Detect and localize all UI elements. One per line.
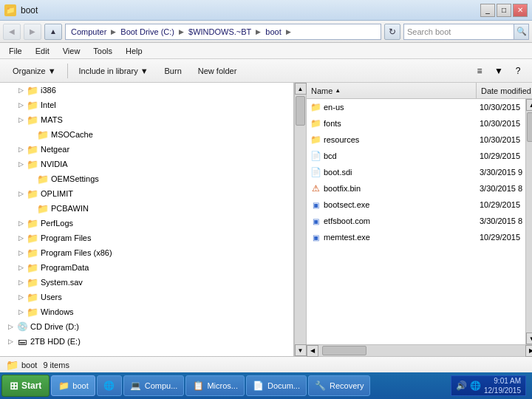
scroll-up-button[interactable]: ▲ bbox=[526, 99, 532, 111]
tree-item-program-files[interactable]: ▷ 📁 Program Files bbox=[0, 231, 293, 245]
menu-file[interactable]: File bbox=[3, 45, 28, 57]
taskbar-button-computer[interactable]: 💻 Compu... bbox=[123, 375, 185, 396]
file-row-memtest-exe[interactable]: ▣ memtest.exe 10/29/2015 bbox=[307, 229, 525, 245]
search-icon[interactable]: 🔍 bbox=[514, 24, 528, 39]
menu-tools[interactable]: Tools bbox=[87, 45, 118, 57]
tree-item-i386[interactable]: ▷ 📁 i386 bbox=[0, 83, 293, 98]
scroll-track bbox=[526, 111, 532, 332]
files-panel: Name ▲ Date modified 📁 en-us 10/30/2015 bbox=[307, 83, 532, 356]
scroll-down-button[interactable]: ▼ bbox=[526, 332, 532, 344]
burn-button[interactable]: Burn bbox=[158, 62, 188, 80]
tree-item-cd-drive[interactable]: ▷ 💿 CD Drive (D:) bbox=[0, 319, 293, 334]
folder-icon: 📁 bbox=[310, 134, 321, 146]
name-column-header[interactable]: Name ▲ bbox=[307, 83, 477, 98]
forward-button[interactable]: ▶ bbox=[24, 24, 41, 40]
tree-item-netgear[interactable]: ▷ 📁 Netgear bbox=[0, 142, 293, 157]
folder-icon: 📁 bbox=[310, 117, 321, 129]
view-options-button[interactable]: ▼ bbox=[491, 63, 507, 79]
view-details-button[interactable]: ≡ bbox=[471, 63, 488, 79]
date-column-header[interactable]: Date modified bbox=[477, 83, 532, 98]
scroll-down-button[interactable]: ▼ bbox=[295, 344, 307, 356]
scroll-thumb[interactable] bbox=[527, 112, 532, 142]
address-bar: ◀ ▶ ▲ Computer ▶ Boot Drive (C:) ▶ $WIND… bbox=[0, 21, 532, 43]
path-boot[interactable]: boot bbox=[263, 27, 283, 37]
tree-item-2tb-hdd[interactable]: ▷ 🖴 2TB HDD (E:) bbox=[0, 334, 293, 349]
file-icon: 📄 bbox=[310, 166, 321, 178]
file-row-en-us[interactable]: 📁 en-us 10/30/2015 bbox=[307, 99, 525, 115]
tree-item-intel[interactable]: ▷ 📁 Intel bbox=[0, 98, 293, 112]
tree-item-windows[interactable]: ▷ 📁 Windows bbox=[0, 304, 293, 319]
hdd-icon: 🖴 bbox=[16, 335, 28, 347]
menu-edit[interactable]: Edit bbox=[30, 45, 55, 57]
folder-icon: 📁 bbox=[27, 262, 38, 273]
horizontal-scrollbar: ◀ ▶ bbox=[307, 344, 532, 356]
drive-icon: 💿 bbox=[16, 321, 28, 332]
menu-view[interactable]: View bbox=[57, 45, 86, 57]
taskbar-button-boot[interactable]: 📁 boot bbox=[51, 375, 95, 396]
taskbar-button-document[interactable]: 📄 Docum... bbox=[246, 375, 307, 396]
view-help-button[interactable]: ? bbox=[510, 63, 526, 79]
tree-item-programdata[interactable]: ▷ 📁 ProgramData bbox=[0, 260, 293, 275]
scroll-thumb[interactable] bbox=[296, 96, 305, 126]
scroll-left-button[interactable]: ◀ bbox=[307, 345, 318, 357]
path-computer[interactable]: Computer bbox=[69, 27, 109, 37]
folder-icon: 📁 bbox=[310, 101, 321, 113]
navigation-panel: ▷ 📁 i386 ▷ 📁 Intel ▷ 📁 MATS 📁 MSOCache ▷ bbox=[0, 83, 307, 356]
up-button[interactable]: ▲ bbox=[44, 24, 62, 40]
folder-icon: 📁 bbox=[27, 99, 38, 111]
tree-item-users[interactable]: ▷ 📁 Users bbox=[0, 290, 293, 304]
new-folder-button[interactable]: New folder bbox=[191, 62, 244, 80]
file-row-resources[interactable]: 📁 resources 10/30/2015 bbox=[307, 132, 525, 148]
include-library-button[interactable]: Include in library ▼ bbox=[72, 62, 155, 80]
taskbar-recovery-icon: 🔧 bbox=[315, 380, 327, 392]
search-input[interactable] bbox=[404, 27, 514, 36]
file-row-etfsboot-com[interactable]: ▣ etfsboot.com 3/30/2015 8 bbox=[307, 213, 525, 229]
close-button[interactable]: ✕ bbox=[513, 4, 528, 17]
taskbar-button-chrome[interactable]: 🌐 bbox=[97, 375, 122, 396]
file-row-boot-sdi[interactable]: 📄 boot.sdi 3/30/2015 9 bbox=[307, 164, 525, 180]
folder-icon: 📁 bbox=[27, 143, 38, 155]
folder-icon: 📁 bbox=[27, 306, 38, 318]
file-row-bootfix-bin[interactable]: ⚠ bootfix.bin 3/30/2015 8 bbox=[307, 180, 525, 197]
path-drive[interactable]: Boot Drive (C:) bbox=[118, 27, 177, 37]
file-row-fonts[interactable]: 📁 fonts 10/30/2015 bbox=[307, 115, 525, 132]
path-windows-bt[interactable]: $WINDOWS.~BT bbox=[186, 27, 253, 37]
tree-item-nvidia[interactable]: ▷ 📁 NVIDIA bbox=[0, 157, 293, 171]
tree-item-msocache[interactable]: 📁 MSOCache bbox=[0, 127, 293, 142]
path-bar: Computer ▶ Boot Drive (C:) ▶ $WINDOWS.~B… bbox=[65, 24, 381, 40]
column-headers: Name ▲ Date modified bbox=[307, 83, 532, 99]
folder-icon: 📁 bbox=[27, 158, 38, 170]
tree-item-system-sav[interactable]: ▷ 📁 System.sav bbox=[0, 275, 293, 290]
minimize-button[interactable]: _ bbox=[480, 4, 495, 17]
tree-item-perflogs[interactable]: ▷ 📁 PerfLogs bbox=[0, 216, 293, 231]
left-scrollbar: ▲ ▼ bbox=[294, 83, 306, 356]
taskbar-button-microsoft[interactable]: 📋 Micros... bbox=[185, 375, 245, 396]
h-scroll-thumb[interactable] bbox=[322, 346, 366, 355]
tree-item-mats[interactable]: ▷ 📁 MATS bbox=[0, 112, 293, 127]
taskbar-button-recovery[interactable]: 🔧 Recovery bbox=[308, 375, 370, 396]
menu-bar: File Edit View Tools Help bbox=[0, 43, 532, 59]
back-button[interactable]: ◀ bbox=[3, 24, 21, 40]
tree-item-program-files-x86[interactable]: ▷ 📁 Program Files (x86) bbox=[0, 245, 293, 260]
file-row-bcd[interactable]: 📄 bcd 10/29/2015 bbox=[307, 148, 525, 164]
maximize-button[interactable]: □ bbox=[497, 4, 511, 17]
tree-item-oemsettings[interactable]: 📁 OEMSettings bbox=[0, 171, 293, 186]
scroll-up-button[interactable]: ▲ bbox=[295, 83, 307, 95]
folder-icon: 📁 bbox=[27, 232, 38, 244]
toolbar-separator-1 bbox=[67, 64, 68, 78]
taskbar-microsoft-icon: 📋 bbox=[192, 380, 204, 392]
scroll-right-button[interactable]: ▶ bbox=[525, 345, 532, 357]
tree-item-oplimit[interactable]: ▷ 📁 OPLIMIT bbox=[0, 186, 293, 201]
organize-button[interactable]: Organize ▼ bbox=[6, 62, 63, 80]
window-controls: _ □ ✕ bbox=[480, 4, 528, 17]
taskbar-computer-icon: 💻 bbox=[130, 380, 142, 392]
tree-item-pcbawin[interactable]: 📁 PCBAWIN bbox=[0, 201, 293, 216]
menu-help[interactable]: Help bbox=[120, 45, 149, 57]
refresh-button[interactable]: ↻ bbox=[384, 24, 400, 40]
status-folder-name: boot bbox=[21, 361, 37, 369]
warning-icon: ⚠ bbox=[310, 183, 321, 194]
file-row-bootsect-exe[interactable]: ▣ bootsect.exe 10/29/2015 bbox=[307, 197, 525, 213]
window-icon: 📁 bbox=[4, 4, 16, 16]
start-button[interactable]: ⊞ Start bbox=[1, 375, 50, 397]
scroll-track bbox=[295, 95, 306, 344]
